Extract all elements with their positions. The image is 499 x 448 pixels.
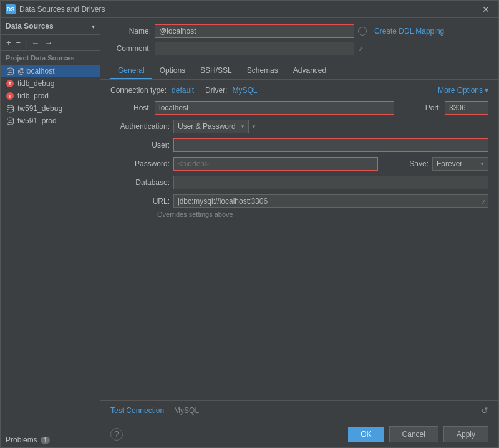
database-label: Database:	[110, 178, 170, 187]
tabs-bar: General Options SSH/SSL Schemas Advanced	[100, 63, 498, 80]
port-label: Port:	[400, 103, 441, 112]
name-label: Name:	[110, 27, 151, 36]
sidebar-item-tidb-debug[interactable]: T tidb_debug	[1, 77, 100, 90]
port-section: Port:	[400, 101, 488, 115]
sidebar-header: Data Sources ▾	[1, 18, 100, 35]
svg-point-2	[7, 118, 13, 120]
remove-datasource-button[interactable]: −	[14, 37, 23, 49]
auth-row: Authentication: User & Password ▼	[110, 120, 488, 133]
title-bar: DS Data Sources and Drivers ✕	[1, 1, 498, 18]
conn-type-label: Connection type:	[110, 86, 167, 95]
conn-type-value[interactable]: default	[172, 86, 194, 95]
sidebar-item-tidb-prod[interactable]: T tidb_prod	[1, 90, 100, 102]
tab-content-general: Connection type: default Driver: MySQL M…	[100, 80, 498, 400]
sidebar-dropdown-icon[interactable]: ▾	[92, 23, 95, 30]
sidebar-item-tw591-debug[interactable]: tw591_debug	[1, 102, 100, 115]
chevron-down-icon: ▾	[485, 86, 488, 95]
mysql-label: MySQL	[174, 406, 199, 415]
auth-select[interactable]: User & Password	[173, 120, 249, 133]
cancel-button[interactable]: Cancel	[389, 426, 438, 442]
connection-type-row: Connection type: default Driver: MySQL M…	[110, 86, 488, 95]
port-input[interactable]	[445, 101, 488, 115]
refresh-icon[interactable]: ↺	[481, 406, 488, 416]
sidebar-item-tidb-debug-label: tidb_debug	[17, 79, 54, 88]
password-input[interactable]	[173, 157, 378, 171]
sidebar: Data Sources ▾ + − | ← → Project Data So…	[1, 18, 100, 447]
url-hint: Overrides settings above	[157, 211, 488, 218]
user-label: User:	[110, 141, 170, 150]
project-datasources-label: Project Data Sources	[1, 51, 100, 65]
back-button[interactable]: ←	[29, 37, 41, 49]
radio-indicator	[358, 27, 367, 36]
more-options-link[interactable]: More Options ▾	[438, 86, 488, 95]
user-input[interactable]	[173, 138, 488, 152]
tab-general[interactable]: General	[110, 63, 152, 79]
save-label: Save:	[388, 160, 429, 168]
save-section: Save: Forever Until restart Never	[388, 157, 488, 171]
expand-icon[interactable]: ⤢	[358, 45, 363, 52]
svg-point-1	[7, 105, 13, 108]
database-input[interactable]	[173, 176, 488, 189]
right-panel: Name: Create DDL Mapping Comment: ⤢ Gene…	[100, 18, 498, 447]
close-button[interactable]: ✕	[478, 3, 493, 16]
main-content: Data Sources ▾ + − | ← → Project Data So…	[1, 18, 498, 447]
auth-select-wrapper: User & Password	[173, 120, 249, 133]
sidebar-item-localhost[interactable]: @localhost	[1, 65, 100, 77]
save-select-wrapper: Forever Until restart Never	[432, 157, 488, 171]
host-label: Host:	[110, 103, 151, 112]
tab-options[interactable]: Options	[152, 63, 193, 79]
sidebar-item-tw591-prod[interactable]: tw591_prod	[1, 115, 100, 127]
host-input[interactable]	[155, 101, 394, 115]
name-section: Name: Create DDL Mapping Comment: ⤢	[100, 18, 498, 63]
driver-label: Driver:	[205, 86, 227, 95]
window-title: Data Sources and Drivers	[19, 5, 478, 14]
problems-section[interactable]: Problems 1	[1, 432, 100, 447]
problems-label: Problems	[6, 436, 37, 444]
add-datasource-button[interactable]: +	[4, 37, 13, 49]
tab-ssh-ssl[interactable]: SSH/SSL	[193, 63, 240, 79]
main-window: DS Data Sources and Drivers ✕ Data Sourc…	[0, 0, 499, 448]
user-row: User:	[110, 138, 488, 152]
tidb-icon-prod: T	[6, 92, 14, 100]
host-section: Host:	[110, 101, 394, 115]
bottom-toolbar: Test Connection MySQL ↺	[100, 400, 498, 421]
forward-button[interactable]: →	[42, 37, 54, 49]
sidebar-item-tidb-prod-label: tidb_prod	[17, 92, 49, 100]
tidb-icon-debug: T	[6, 79, 14, 88]
password-row: Password: Save: Forever Until restart Ne…	[110, 157, 488, 171]
db-icon-tw591-debug	[6, 104, 14, 113]
host-port-row: Host: Port:	[110, 101, 488, 115]
name-input[interactable]	[155, 24, 354, 38]
url-row: URL: ⤢	[110, 194, 488, 208]
create-ddl-link[interactable]: Create DDL Mapping	[374, 27, 444, 36]
test-connection-link[interactable]: Test Connection	[110, 406, 164, 415]
comment-row: Comment: ⤢	[110, 42, 488, 55]
save-select[interactable]: Forever Until restart Never	[432, 157, 488, 171]
svg-point-0	[7, 68, 13, 70]
driver-value[interactable]: MySQL	[232, 86, 257, 95]
url-input-wrapper: ⤢	[173, 194, 488, 208]
sidebar-title: Data Sources	[6, 22, 54, 31]
db-icon-tw591-prod	[6, 117, 14, 125]
ok-button[interactable]: OK	[348, 427, 384, 442]
comment-input[interactable]	[155, 42, 354, 55]
password-label: Password:	[110, 160, 170, 168]
sidebar-item-localhost-label: @localhost	[17, 67, 55, 75]
db-icon	[6, 67, 14, 75]
tab-advanced[interactable]: Advanced	[286, 63, 334, 79]
sidebar-item-tw591-prod-label: tw591_prod	[17, 117, 57, 125]
app-icon: DS	[6, 4, 16, 14]
auth-dropdown-icon: ▼	[251, 124, 256, 130]
database-row: Database:	[110, 176, 488, 189]
tab-schemas[interactable]: Schemas	[240, 63, 286, 79]
apply-button[interactable]: Apply	[443, 426, 488, 442]
auth-label: Authentication:	[110, 122, 170, 131]
comment-label: Comment:	[110, 44, 151, 53]
dialog-buttons: ? OK Cancel Apply	[100, 421, 498, 447]
help-button[interactable]: ?	[110, 428, 123, 441]
url-expand-icon[interactable]: ⤢	[481, 198, 486, 205]
problems-badge: 1	[41, 437, 51, 444]
url-input[interactable]	[173, 194, 488, 208]
url-label: URL:	[110, 197, 170, 206]
sidebar-item-tw591-debug-label: tw591_debug	[17, 104, 62, 113]
